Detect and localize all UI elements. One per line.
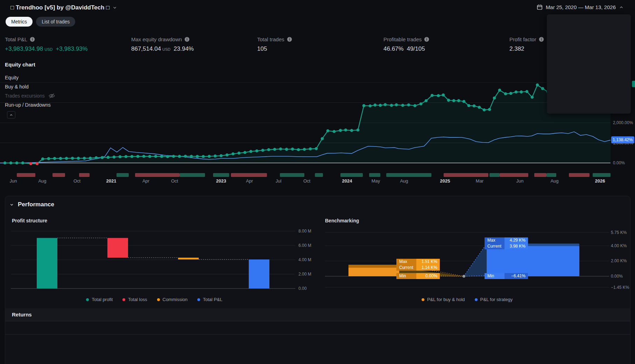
benchmarking-tick: 0.00%	[611, 274, 623, 279]
equity-legend: EquityBuy & holdTrades excursionsRun-up …	[5, 75, 55, 108]
equity-legend-item-trades-excursions[interactable]: Trades excursions	[5, 93, 55, 99]
metric-value-currency: USD	[162, 47, 170, 51]
navigator-segment[interactable]	[52, 173, 65, 177]
equity-x-label: Jun	[10, 178, 17, 184]
metric-total-trades: Total trades105	[257, 36, 292, 52]
collapse-chart-button[interactable]	[7, 111, 15, 119]
legend-item-total-p-l[interactable]: Total P&L	[197, 297, 223, 302]
metric-value-number: 867,514.04	[131, 45, 161, 52]
legend-label: Total loss	[128, 297, 147, 302]
benchmark-origin-point	[463, 275, 465, 278]
navigator-segment[interactable]	[315, 173, 323, 177]
date-range-control[interactable]: Mar 25, 2020 — Mar 13, 2026	[537, 4, 624, 10]
benchmarking-title: Benchmarking	[325, 218, 359, 223]
metric-profit-factor: Profit factor2.382	[509, 36, 544, 52]
benchmarking-tick: −1.45 K%	[611, 285, 629, 290]
info-icon[interactable]	[30, 37, 35, 42]
navigator-segment[interactable]	[569, 173, 590, 177]
equity-x-label: Apr	[142, 178, 149, 184]
legend-item-p-l-for-strategy[interactable]: P&L for strategy	[475, 297, 513, 302]
metric-value-number: 2.382	[509, 45, 524, 52]
equity-legend-item-buy-hold[interactable]: Buy & hold	[5, 84, 55, 90]
equity-value-badge-sliver	[632, 81, 635, 87]
navigator-segment[interactable]	[79, 173, 90, 177]
profit-structure-title: Profit structure	[12, 218, 47, 223]
metric-value: 46.67%49/105	[383, 45, 429, 52]
callout-row-label: Max	[485, 237, 505, 243]
metric-total-p-l: Total P&L+3,983,934.98USD+3,983.93%	[5, 36, 88, 52]
metric-value-number: 105	[257, 45, 267, 52]
callout-row-label: Min	[485, 273, 505, 279]
navigator-segment[interactable]	[280, 173, 304, 177]
info-icon[interactable]	[287, 37, 292, 42]
equity-x-label: May	[372, 178, 380, 184]
metric-label-text: Total trades	[257, 36, 284, 42]
legend-item-p-l-for-buy-hold[interactable]: P&L for buy & hold	[422, 297, 465, 302]
metric-label-text: Profitable trades	[383, 36, 422, 42]
callout-row-value: 4.29 K%	[505, 237, 528, 243]
equity-legend-label: Equity	[5, 75, 19, 80]
navigator-segment[interactable]	[117, 173, 129, 177]
legend-label: P&L for buy & hold	[427, 297, 465, 302]
report-tabs: MetricsList of trades	[6, 17, 75, 27]
legend-dot	[422, 298, 424, 301]
legend-item-total-profit[interactable]: Total profit	[86, 297, 113, 302]
legend-label: Total P&L	[203, 297, 223, 302]
equity-x-label: 2025	[440, 178, 450, 184]
strategy-pl-bar	[487, 246, 579, 276]
metric-label: Profitable trades	[383, 36, 429, 42]
navigator-segment[interactable]	[369, 173, 380, 177]
callout-row-value: 0.00%	[416, 273, 440, 279]
navigator-segment[interactable]	[213, 173, 229, 177]
returns-section-header: Returns	[5, 308, 630, 321]
equity-legend-item-run-up-drawdowns[interactable]: Run-up / Drawdowns	[5, 102, 55, 108]
equity-chart-svg	[0, 59, 611, 186]
waterfall-bar-commission	[178, 258, 199, 259]
navigator-segment[interactable]	[340, 173, 363, 177]
profit-structure-tick: 0.00	[298, 286, 306, 291]
equity-legend-label: Buy & hold	[5, 84, 29, 90]
eye-off-icon[interactable]	[48, 93, 55, 99]
navigator-segment[interactable]	[489, 173, 500, 177]
chevron-down-icon	[9, 202, 14, 207]
navigator-segment[interactable]	[500, 173, 528, 177]
chevron-down-icon	[112, 5, 117, 10]
navigator-segment[interactable]	[17, 173, 35, 177]
navigator-segment[interactable]	[593, 173, 611, 177]
profit-structure-legend: Total profitTotal lossCommissionTotal P&…	[11, 297, 298, 302]
callout-row-label: Max	[396, 259, 416, 265]
navigator-segment[interactable]	[386, 173, 431, 177]
performance-section-header[interactable]: Performance	[9, 201, 54, 208]
navigator-segment[interactable]	[546, 173, 556, 177]
legend-item-commission[interactable]: Commission	[157, 297, 188, 302]
tab-list-of-trades[interactable]: List of trades	[36, 17, 75, 27]
callout-row: Max1.51 K%	[396, 259, 440, 265]
buy-hold-pl-bar	[348, 267, 399, 276]
equity-x-label: Mar	[476, 178, 484, 184]
navigator-segment[interactable]	[231, 173, 267, 177]
profit-structure-tick: 6.00 M	[298, 243, 311, 248]
navigator-segment[interactable]	[534, 173, 546, 177]
navigator-segment[interactable]	[179, 173, 205, 177]
info-icon[interactable]	[184, 37, 190, 42]
info-icon[interactable]	[539, 37, 544, 42]
metric-label-text: Max equity drawdown	[131, 36, 182, 42]
profit-structure-chart-svg	[11, 229, 295, 291]
legend-dot	[122, 298, 125, 301]
metric-value-number: 46.67%	[383, 45, 404, 52]
metric-value-extra: 49/105	[407, 45, 425, 52]
date-range-menu	[547, 14, 631, 114]
navigator-segment[interactable]	[444, 173, 488, 177]
strategy-title[interactable]: □ Trendhoo [v5] by @DaviddTech □	[10, 4, 117, 11]
legend-item-total-loss[interactable]: Total loss	[122, 297, 147, 302]
tab-metrics[interactable]: Metrics	[6, 17, 33, 27]
equity-x-label: Oct	[303, 178, 310, 184]
info-icon[interactable]	[424, 37, 429, 42]
callout-row-label: Current	[396, 265, 416, 271]
callout-row: Max4.29 K%	[485, 237, 528, 243]
chevron-up-icon	[619, 5, 624, 10]
navigator-segment[interactable]	[135, 173, 179, 177]
metric-value-currency: USD	[44, 47, 52, 51]
equity-legend-item-equity[interactable]: Equity	[5, 75, 55, 80]
callout-row-label: Current	[485, 243, 505, 249]
